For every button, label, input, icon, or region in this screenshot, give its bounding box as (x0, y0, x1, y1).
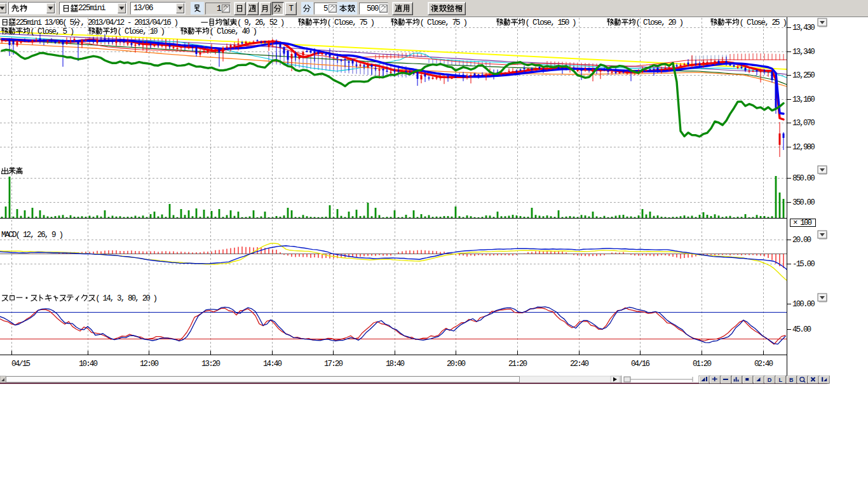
svg-text:20:00: 20:00 (447, 360, 466, 369)
svg-text:13,250: 13,250 (792, 71, 815, 80)
svg-text:( Close, 10 ): ( Close, 10 ) (118, 27, 165, 36)
svg-text:( 14, 3, 80, 20 ): ( 14, 3, 80, 20 ) (95, 294, 156, 303)
svg-text:D: D (768, 377, 772, 383)
svg-text:13:20: 13:20 (201, 360, 220, 369)
svg-text:B: B (789, 377, 794, 383)
svg-text:13,430: 13,430 (792, 24, 815, 32)
svg-text:100.00: 100.00 (792, 300, 815, 309)
svg-text:( Close, 20 ): ( Close, 20 ) (636, 18, 683, 27)
svg-text:45.00: 45.00 (792, 325, 811, 334)
svg-text:850.00: 850.00 (792, 174, 815, 183)
svg-text:× 100: × 100 (793, 219, 812, 227)
svg-text:01:20: 01:20 (693, 360, 712, 369)
svg-text:L: L (778, 377, 782, 383)
svg-text:MACD( 12, 26, 9 ): MACD( 12, 26, 9 ) (1, 231, 62, 240)
svg-text:-15.00: -15.00 (792, 260, 815, 269)
svg-text:20.00: 20.00 (792, 236, 811, 245)
svg-text:12,980: 12,980 (792, 143, 815, 152)
svg-text:13,070: 13,070 (792, 119, 815, 128)
svg-text:( 9, 26, 52 ): ( 9, 26, 52 ) (237, 18, 284, 27)
svg-text:( Close, 75 ): ( Close, 75 ) (420, 18, 467, 27)
svg-text:( Close, 5 ): ( Close, 5 ) (31, 27, 74, 36)
svg-text:14:40: 14:40 (263, 360, 282, 369)
svg-text:, 2013/04/12 - 2013/04/16 ): , 2013/04/12 - 2013/04/16 ) (81, 18, 178, 27)
svg-text:02:40: 02:40 (754, 360, 773, 369)
svg-text:18:40: 18:40 (386, 360, 405, 369)
svg-text:350.00: 350.00 (792, 198, 815, 207)
svg-text:( Close, 150 ): ( Close, 150 ) (526, 18, 576, 27)
svg-text:10:40: 10:40 (79, 360, 98, 369)
svg-text:22:40: 22:40 (570, 360, 589, 369)
svg-text:04/15: 04/15 (11, 360, 31, 369)
svg-text:12:00: 12:00 (140, 360, 159, 369)
svg-text:225mini 13/06( 5: 225mini 13/06( 5 (16, 18, 74, 27)
svg-text:13,160: 13,160 (792, 95, 815, 104)
svg-text:21:20: 21:20 (508, 360, 527, 369)
svg-text:( Close, 40 ): ( Close, 40 ) (210, 27, 257, 36)
svg-text:( Close, 75 ): ( Close, 75 ) (327, 18, 374, 27)
svg-text:( Close, 25 ): ( Close, 25 ) (740, 18, 787, 27)
svg-text:17:20: 17:20 (324, 360, 343, 369)
svg-text:04/16: 04/16 (631, 360, 650, 369)
svg-text:13,340: 13,340 (792, 48, 815, 57)
